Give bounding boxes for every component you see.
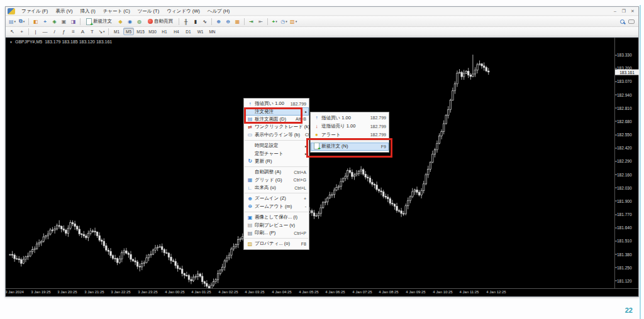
menubar-item-6[interactable]: ヘルプ (H)	[204, 8, 234, 15]
zoom-out-button[interactable]: ⊖	[224, 18, 232, 26]
metaeditor-button[interactable]: ◆	[116, 18, 125, 26]
autotrading-button[interactable]: 自動売買	[145, 18, 176, 26]
timeframe-m15[interactable]: M15	[135, 28, 146, 35]
context-menu-item-15[interactable]: ⊖ズームアウト (m)-	[244, 203, 309, 210]
candlestick-button[interactable]: ▮	[191, 18, 199, 26]
menu-separator	[245, 166, 308, 167]
context-menu-item-14[interactable]: ⊕ズームイン (Z)+	[244, 195, 309, 202]
candlestick-button-glyph: ▮	[194, 19, 196, 24]
time-axis[interactable]: 3 Jan 20243 Jan 19:253 Jan 20:253 Jan 21…	[6, 288, 638, 296]
context-menu-item-19[interactable]: ▤印刷... (P)Ctrl+P	[244, 229, 309, 237]
context-menu-item-21-label: プロパティ... (o)	[255, 241, 296, 247]
navigator-button[interactable]: ◈	[50, 18, 58, 26]
auto-scroll-button[interactable]: ⇥	[247, 18, 255, 26]
menubar-item-3[interactable]: チャート (C)	[99, 8, 134, 15]
timeframe-h1[interactable]: H1	[159, 28, 170, 35]
context-menu-item-12[interactable]: ∟出来高 (u)Ctrl+L	[244, 184, 309, 192]
context-menu-item-10[interactable]: 自動調整 (A)Ctrl+A	[244, 168, 309, 176]
bar-chart-button[interactable]: ╫	[182, 18, 190, 26]
menu-bar: ファイル (F)表示 (V)挿入 (I)チャート (C)ツール (T)ウィンドウ…	[6, 7, 638, 16]
context-menu-item-19-label: 印刷... (P)	[255, 230, 289, 236]
chart-collapse-icon[interactable]: ▼	[9, 40, 13, 44]
search-icon[interactable]	[620, 19, 625, 24]
line-chart-button[interactable]: ∿	[201, 18, 209, 26]
context-menu-item-11[interactable]: ▦グリッド (G)Ctrl+G	[244, 176, 309, 184]
shapes-tool[interactable]: ↘▾	[97, 28, 106, 36]
periods-button[interactable]: ◷▾	[280, 18, 288, 26]
strategy-tester-button[interactable]: ◨	[69, 18, 77, 26]
new-order-button[interactable]: 新規注文	[83, 18, 115, 26]
vertical-line-tool[interactable]: |	[31, 28, 40, 36]
context-menu-item-11-shortcut: Ctrl+G	[294, 178, 306, 182]
context-menu-item-11-label: グリッド (G)	[255, 177, 289, 183]
current-price-tag: 183.161	[615, 69, 639, 75]
crosshair-tool[interactable]: +	[18, 28, 26, 36]
price-axis[interactable]: 183.330183.200183.070182.940182.810182.6…	[615, 38, 638, 288]
submenu-item-1[interactable]: ↓逆指値売り 1.00182.799	[311, 122, 389, 131]
timeframe-mn[interactable]: MN	[207, 28, 218, 35]
time-tick-label: 4 Jan 10:25	[433, 290, 452, 294]
buy-limit-icon: ↑	[312, 115, 321, 121]
chart-shift-button[interactable]: ⇤	[257, 18, 265, 26]
toolbar-separator	[267, 18, 268, 25]
globe-button[interactable]: ◍	[135, 18, 143, 26]
context-menu-item-4[interactable]: ▭表示中のライン等 (b)Ctrl+B	[244, 131, 309, 139]
terminal-button[interactable]: ▣	[60, 18, 68, 26]
chat-icon[interactable]	[628, 19, 635, 24]
menu-separator	[245, 238, 308, 239]
experts-button[interactable]: ◉	[126, 18, 134, 26]
context-menu-item-2-shortcut: Alt+B	[296, 117, 306, 121]
context-menu-item-18[interactable]: ▤印刷プレビュー (v)	[244, 221, 309, 229]
submenu-item-4[interactable]: 新規注文 (N)F9	[311, 143, 389, 151]
line-chart-button-glyph: ∿	[203, 19, 207, 24]
cursor-tool[interactable]: ↖	[8, 28, 16, 36]
timeframe-d1[interactable]: D1	[183, 28, 194, 35]
price-tick-label: 182.680	[617, 119, 632, 123]
zoom-in-button[interactable]: ⊕	[214, 18, 223, 26]
menubar-item-0[interactable]: ファイル (F)	[18, 8, 52, 15]
timeframe-m5[interactable]: M5	[123, 28, 134, 35]
channel-tool[interactable]: ≡	[69, 28, 77, 36]
context-menu-item-6[interactable]: 時間足設定▸	[244, 142, 309, 149]
templates-button[interactable]: ▧▾	[289, 18, 297, 26]
submenu-item-2[interactable]: ●アラート182.799	[311, 131, 389, 139]
market-watch-button[interactable]: ◧	[31, 18, 40, 26]
indicators-button[interactable]: +▾	[270, 18, 279, 26]
chart-area[interactable]: ▼ GBPJPY#,M5 183.179 183.185 183.120 183…	[6, 37, 638, 296]
menubar-item-4[interactable]: ツール (T)	[134, 8, 164, 15]
context-menu-item-1[interactable]: 注文発注▸	[244, 107, 309, 115]
menu-separator	[311, 141, 388, 141]
restore-icon[interactable]: ❐	[621, 9, 627, 14]
context-menu-item-21[interactable]: ▨プロパティ... (o)F8	[244, 240, 309, 247]
new-chart-button[interactable]: ▤▾	[8, 18, 16, 26]
fibonacci-tool[interactable]: ƒ	[60, 28, 68, 36]
timeframe-w1[interactable]: W1	[195, 28, 206, 35]
menubar-item-1[interactable]: 表示 (V)	[52, 8, 76, 15]
text-tool[interactable]: A	[79, 28, 87, 36]
context-menu-item-0-label: 指値買い 1.00	[255, 100, 286, 107]
timeframe-m1[interactable]: M1	[111, 28, 122, 35]
profiles-button[interactable]: ⧉▾	[18, 18, 26, 26]
minimize-icon[interactable]: –	[612, 9, 618, 14]
submenu-item-0[interactable]: ↑指値買い 1.00182.799	[311, 114, 389, 122]
menubar-item-5[interactable]: ウィンドウ (W)	[163, 8, 204, 15]
context-menu-item-3[interactable]: ⇄ワンクリックトレード (k)Alt+T	[244, 123, 309, 131]
tile-windows-button[interactable]: ▦	[233, 18, 242, 26]
context-menu-item-2[interactable]: ▤板注文画面 (D)Alt+B	[244, 116, 309, 123]
label-tool[interactable]: T	[88, 28, 96, 36]
price-tick-label: 182.810	[617, 105, 632, 110]
menubar-item-2[interactable]: 挿入 (I)	[76, 8, 99, 15]
time-tick-label: 3 Jan 22:25	[111, 290, 130, 294]
timeframe-h4[interactable]: H4	[171, 28, 182, 35]
context-menu-item-17[interactable]: ▣画像として保存... (i)	[244, 214, 309, 221]
context-menu-item-7[interactable]: 定型チャート▸	[244, 149, 309, 157]
context-menu-item-0[interactable]: ↑指値買い 1.00182.799	[244, 100, 309, 107]
data-window-button[interactable]: +	[41, 18, 49, 26]
timeframe-m30[interactable]: M30	[147, 28, 158, 35]
trendline-tool[interactable]: /	[50, 28, 58, 36]
close-icon[interactable]: ✕	[630, 9, 636, 14]
properties-icon: ▨	[245, 241, 255, 247]
context-menu-item-8[interactable]: ↻更新 (R)	[244, 158, 309, 165]
market-watch-button-glyph: ◧	[33, 19, 38, 24]
horizontal-line-tool[interactable]: —	[41, 28, 49, 36]
